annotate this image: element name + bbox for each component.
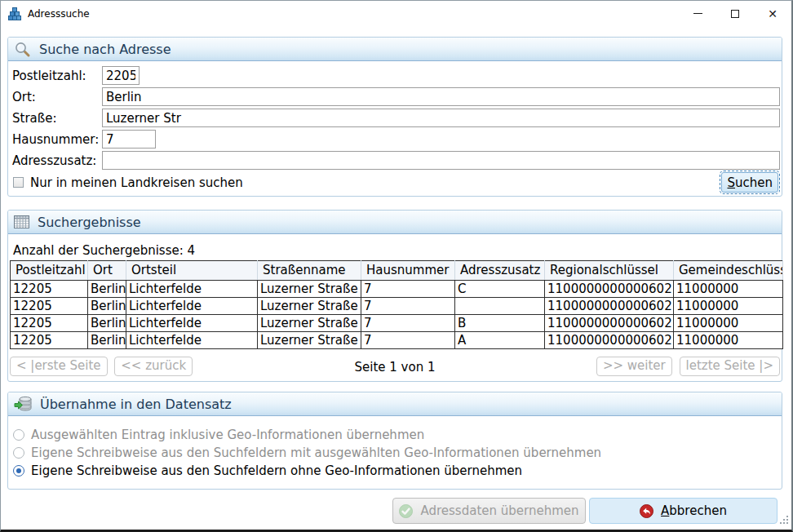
search-panel-header: Suche nach Adresse	[8, 38, 782, 61]
table-cell: Berlin	[88, 332, 126, 349]
ort-input[interactable]	[102, 87, 780, 106]
table-cell: 11000000	[674, 315, 783, 332]
close-button[interactable]: ✕	[754, 1, 791, 26]
table-header-row: PostleitzahlOrtOrtsteilStraßennameHausnu…	[11, 261, 783, 281]
strasse-input[interactable]	[102, 109, 780, 127]
next-page-button[interactable]: >> weiter	[596, 357, 672, 376]
resize-grip[interactable]	[778, 516, 788, 525]
option-own-spelling-without-geo[interactable]: Eigene Schreibweise aus den Suchfeldern …	[13, 464, 782, 477]
table-cell: Luzerner Straße	[258, 332, 361, 349]
maximize-icon	[731, 10, 739, 18]
postleitzahl-input[interactable]	[102, 66, 140, 85]
titlebar: Adresssuche ✕	[1, 1, 791, 26]
table-row[interactable]: 12205BerlinLichterfeldeLuzerner Straße71…	[11, 298, 783, 315]
table-cell: Lichterfelde	[126, 298, 258, 315]
column-header[interactable]: Regionalschlüssel	[545, 261, 674, 281]
table-cell: 7	[361, 298, 455, 315]
radio-icon	[13, 465, 24, 477]
transfer-panel: Übernahme in den Datensatz Ausgewählten …	[7, 392, 782, 490]
table-cell: 7	[361, 332, 455, 349]
abbrechen-button[interactable]: Abbrechen	[589, 498, 777, 524]
table-cell: Luzerner Straße	[258, 298, 361, 315]
column-header[interactable]: Gemeindeschlüssel	[674, 261, 783, 281]
table-row[interactable]: 12205BerlinLichterfeldeLuzerner Straße7A…	[11, 332, 783, 349]
accept-button-label: Adressdaten übernehmen	[420, 503, 578, 518]
table-cell: 7	[361, 281, 455, 298]
grip-dots	[786, 516, 788, 517]
table-cell: 12205	[11, 298, 88, 315]
table-cell: 12205	[11, 332, 88, 349]
table-cell: A	[455, 332, 545, 349]
check-circle-icon	[399, 504, 413, 518]
table-cell: B	[455, 315, 545, 332]
maximize-button[interactable]	[716, 1, 754, 26]
table-cell: 11000000	[674, 298, 783, 315]
table-cell: Berlin	[88, 315, 126, 332]
search-form: Postleitzahl: Ort: Straße: Hausnummer: A…	[8, 61, 782, 170]
results-table: PostleitzahlOrtOrtsteilStraßennameHausnu…	[10, 260, 783, 349]
pagination: < |erste Seite << zurück Seite 1 von 1 >…	[10, 357, 780, 378]
table-cell: 7	[361, 315, 455, 332]
table-cell: Lichterfelde	[126, 332, 258, 349]
table-cell: 11000000	[674, 281, 783, 298]
minimize-icon	[693, 13, 702, 14]
results-panel-title: Suchergebnisse	[38, 215, 141, 230]
radio-icon	[13, 429, 24, 441]
field-row: Hausnummer:	[12, 130, 780, 149]
table-cell: Berlin	[88, 298, 126, 315]
results-count: Anzahl der Suchergebnisse: 4	[13, 243, 782, 258]
option-own-spelling-with-geo[interactable]: Eigene Schreibweise aus den Suchfeldern …	[13, 446, 782, 459]
transfer-panel-header: Übernahme in den Datensatz	[8, 392, 782, 416]
adressdaten-uebernehmen-button[interactable]: Adressdaten übernehmen	[392, 498, 586, 524]
table-row[interactable]: 12205BerlinLichterfeldeLuzerner Straße7C…	[11, 281, 783, 298]
app-cubes-icon	[8, 7, 21, 20]
search-icon	[14, 41, 31, 58]
column-header[interactable]: Ort	[88, 261, 126, 281]
adresssuche-window: Adresssuche ✕ Suche nach Adresse Postlei…	[0, 0, 793, 532]
table-cell: 1100000000000602	[545, 315, 674, 332]
table-cell: 12205	[11, 315, 88, 332]
suchen-button[interactable]: Suchen	[721, 172, 778, 193]
table-cell: Lichterfelde	[126, 315, 258, 332]
option-label: Eigene Schreibweise aus den Suchfeldern …	[31, 463, 522, 478]
table-cell	[455, 298, 545, 315]
table-grid-icon	[14, 215, 29, 228]
field-row: Ort:	[12, 87, 780, 106]
table-cell: Berlin	[88, 281, 126, 298]
column-header[interactable]: Straßenname	[258, 261, 361, 281]
table-cell: C	[455, 281, 545, 298]
column-header[interactable]: Ortsteil	[126, 261, 258, 281]
radio-icon	[13, 447, 24, 459]
option-entry-with-geo[interactable]: Ausgewählten Eintrag inklusive Geo-Infor…	[13, 428, 782, 441]
table-row[interactable]: 12205BerlinLichterfeldeLuzerner Straße7B…	[11, 315, 783, 332]
last-page-button[interactable]: letzte Seite |>	[680, 357, 780, 376]
pagination-right: >> weiter letzte Seite |>	[593, 357, 780, 376]
strasse-label: Straße:	[12, 111, 102, 126]
transfer-panel-title: Übernahme in den Datensatz	[40, 397, 232, 412]
table-cell: 12205	[11, 281, 88, 298]
table-cell: 11000000	[674, 332, 783, 349]
search-actions-row: Nur in meinen Landkreisen suchen Suchen	[13, 171, 778, 193]
column-header[interactable]: Hausnummer	[361, 261, 455, 281]
field-row: Straße:	[12, 109, 780, 127]
option-label: Eigene Schreibweise aus den Suchfeldern …	[31, 446, 601, 460]
table-cell: 1100000000000602	[545, 332, 674, 349]
field-row: Adresszusatz:	[12, 151, 780, 170]
hausnummer-label: Hausnummer:	[12, 132, 102, 147]
table-cell: Luzerner Straße	[258, 315, 361, 332]
minimize-button[interactable]	[679, 1, 716, 26]
field-row: Postleitzahl:	[12, 66, 780, 85]
landkreise-checkbox[interactable]	[13, 177, 24, 188]
option-label: Ausgewählten Eintrag inklusive Geo-Infor…	[31, 428, 424, 442]
table-cell: Lichterfelde	[126, 281, 258, 298]
postleitzahl-label: Postleitzahl:	[12, 69, 102, 83]
search-panel-title: Suche nach Adresse	[39, 42, 171, 57]
hausnummer-input[interactable]	[102, 130, 156, 149]
adresszusatz-input[interactable]	[102, 151, 780, 170]
column-header[interactable]: Postleitzahl	[11, 261, 88, 281]
column-header[interactable]: Adresszusatz	[455, 261, 545, 281]
search-panel: Suche nach Adresse Postleitzahl: Ort: St…	[7, 37, 782, 197]
window-title: Adresssuche	[28, 8, 90, 20]
cancel-button-label: Abbrechen	[661, 503, 727, 518]
table-cell: Luzerner Straße	[258, 281, 361, 298]
